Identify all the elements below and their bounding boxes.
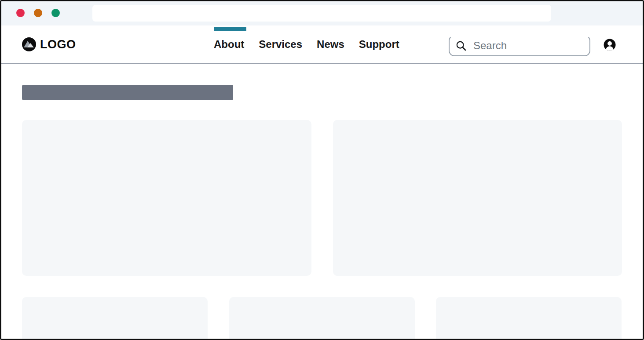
nav-item-services[interactable]: Services (259, 38, 302, 51)
logo-text: LOGO (40, 38, 76, 51)
content-card-small-2 (229, 297, 415, 339)
nav-item-about[interactable]: About (214, 38, 244, 51)
search-box[interactable] (449, 35, 590, 56)
main-nav: About Services News Support (214, 25, 399, 63)
user-avatar-icon[interactable] (604, 39, 616, 51)
content-card-small-1 (22, 297, 208, 339)
window-control-minimize-icon[interactable] (34, 9, 42, 17)
heading-placeholder-bar (22, 85, 233, 100)
logo[interactable]: LOGO (22, 25, 76, 63)
window-control-maximize-icon[interactable] (51, 9, 60, 17)
content-card-small-3 (436, 297, 622, 339)
url-bar[interactable] (92, 5, 551, 22)
content-card-large-1 (22, 120, 311, 276)
url-input[interactable] (92, 5, 551, 22)
page-content (1, 64, 643, 339)
browser-chrome (1, 1, 643, 25)
site-header: LOGO About Services News Support (1, 25, 643, 64)
nav-item-news[interactable]: News (317, 38, 344, 51)
search-input[interactable] (472, 39, 584, 52)
window-control-close-icon[interactable] (16, 9, 25, 17)
content-card-large-2 (333, 120, 622, 276)
search-icon (455, 40, 467, 51)
browser-window: LOGO About Services News Support (0, 0, 644, 340)
mountain-logo-icon (22, 37, 36, 51)
nav-item-support[interactable]: Support (359, 38, 399, 51)
